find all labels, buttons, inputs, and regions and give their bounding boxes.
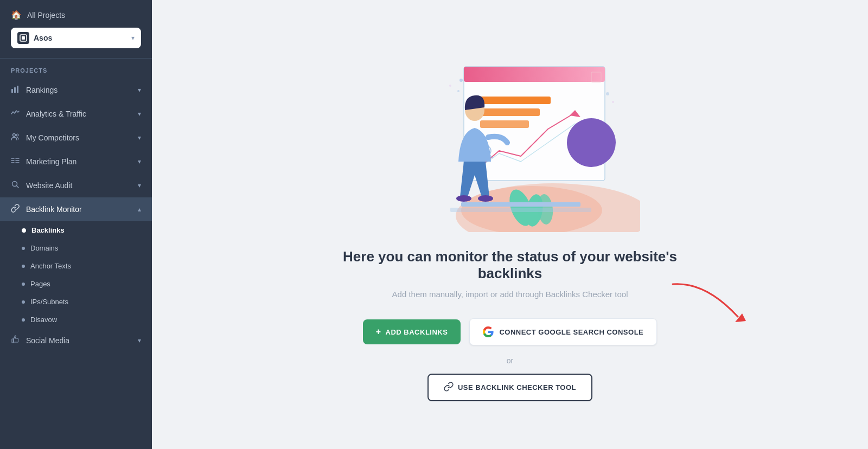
- analytics-traffic-label: Analytics & Traffic: [26, 110, 86, 118]
- connect-google-button[interactable]: CONNECT GOOGLE SEARCH CONSOLE: [469, 318, 657, 345]
- svg-point-38: [449, 85, 451, 87]
- project-chevron-icon: ▾: [131, 34, 135, 42]
- backlink-checker-label: USE BACKLINK CHECKER TOOL: [458, 383, 576, 392]
- backlinks-label: Backlinks: [31, 226, 65, 234]
- svg-rect-1: [22, 36, 25, 40]
- svg-point-34: [456, 195, 471, 202]
- thumbs-up-icon: [11, 335, 20, 346]
- anchor-texts-label: Anchor Texts: [30, 262, 71, 270]
- google-g-icon: [483, 326, 494, 337]
- marketing-plan-label: Marketing Plan: [26, 157, 76, 166]
- subnav-ips-subnets[interactable]: IPs/Subnets: [0, 293, 152, 311]
- rankings-chevron-icon: ▾: [138, 86, 141, 94]
- dot-disavow: [22, 318, 25, 322]
- competitors-chevron-icon: ▾: [138, 134, 141, 142]
- sidebar-item-rankings[interactable]: Rankings ▾: [0, 78, 152, 102]
- svg-marker-41: [735, 313, 746, 322]
- marketing-chevron-icon: ▾: [138, 158, 141, 165]
- all-projects-link[interactable]: 🏠 All Projects: [11, 10, 141, 28]
- illustration: [380, 48, 640, 232]
- plus-icon: +: [376, 327, 381, 337]
- rankings-label: Rankings: [26, 86, 58, 94]
- connect-google-label: CONNECT GOOGLE SEARCH CONSOLE: [499, 328, 643, 336]
- svg-point-40: [612, 101, 614, 103]
- dot-ips-subnets: [22, 300, 25, 304]
- main-heading: Here you can monitor the status of your …: [320, 248, 700, 282]
- button-row: + ADD BACKLINKS CONNECT GOOGLE SEARCH CO…: [363, 318, 658, 345]
- svg-rect-21: [450, 208, 591, 212]
- subnav-domains[interactable]: Domains: [0, 239, 152, 257]
- add-backlinks-button[interactable]: + ADD BACKLINKS: [363, 319, 461, 344]
- projects-section-label: PROJECTS: [0, 59, 152, 78]
- all-projects-label: All Projects: [27, 11, 65, 20]
- subnav-anchor-texts[interactable]: Anchor Texts: [0, 257, 152, 275]
- svg-rect-26: [480, 108, 540, 116]
- svg-point-30: [567, 118, 616, 167]
- sidebar-item-backlink-monitor[interactable]: Backlink Monitor ▴: [0, 197, 152, 221]
- sidebar-item-social-media[interactable]: Social Media ▾: [0, 329, 152, 352]
- backlink-monitor-chevron-icon: ▴: [138, 206, 141, 213]
- svg-rect-24: [464, 67, 605, 82]
- link-icon: [11, 204, 20, 215]
- svg-point-6: [16, 134, 18, 136]
- search-icon: [11, 180, 20, 191]
- backlink-monitor-label: Backlink Monitor: [26, 205, 82, 214]
- sidebar-header: 🏠 All Projects Asos ▾: [0, 0, 152, 59]
- project-name: Asos: [34, 34, 52, 42]
- social-media-chevron-icon: ▾: [138, 337, 141, 344]
- main-content: Here you can monitor the status of your …: [152, 0, 868, 449]
- svg-point-37: [457, 90, 459, 92]
- subnav-pages[interactable]: Pages: [0, 275, 152, 293]
- svg-point-39: [606, 92, 609, 95]
- activity-icon: [11, 108, 20, 119]
- home-icon: 🏠: [11, 10, 22, 20]
- subnav-disavow[interactable]: Disavow: [0, 311, 152, 329]
- content-center: Here you can monitor the status of your …: [320, 248, 700, 401]
- sidebar: 🏠 All Projects Asos ▾ PROJECTS: [0, 0, 152, 449]
- svg-point-5: [13, 134, 16, 137]
- backlink-monitor-subnav: Backlinks Domains Anchor Texts Pages IPs…: [0, 221, 152, 329]
- subnav-backlinks[interactable]: Backlinks: [0, 221, 152, 239]
- active-dot-backlinks: [22, 228, 26, 233]
- svg-rect-4: [17, 86, 18, 93]
- svg-rect-22: [461, 202, 580, 207]
- dot-anchor-texts: [22, 265, 25, 268]
- audit-chevron-icon: ▾: [138, 182, 141, 189]
- disavow-label: Disavow: [30, 316, 57, 324]
- project-selector-left: Asos: [17, 32, 52, 44]
- project-icon: [17, 32, 29, 44]
- chain-icon: [444, 382, 454, 393]
- analytics-chevron-icon: ▾: [138, 110, 141, 118]
- pages-label: Pages: [30, 280, 50, 288]
- svg-rect-27: [480, 120, 529, 128]
- list-icon: [11, 156, 20, 167]
- svg-line-14: [17, 186, 19, 188]
- ips-subnets-label: IPs/Subnets: [30, 298, 68, 306]
- my-competitors-label: My Competitors: [26, 133, 79, 142]
- sidebar-item-my-competitors[interactable]: My Competitors ▾: [0, 126, 152, 150]
- project-selector[interactable]: Asos ▾: [11, 28, 141, 48]
- bar-chart-icon: [11, 85, 20, 95]
- svg-rect-3: [14, 87, 16, 93]
- sidebar-item-analytics-traffic[interactable]: Analytics & Traffic ▾: [0, 102, 152, 126]
- sidebar-item-website-audit[interactable]: Website Audit ▾: [0, 174, 152, 197]
- svg-point-36: [459, 79, 463, 82]
- domains-label: Domains: [30, 244, 58, 252]
- svg-rect-15: [12, 339, 14, 343]
- website-audit-label: Website Audit: [26, 181, 72, 190]
- sub-text: Add them manually, import or add through…: [392, 290, 628, 299]
- backlink-checker-button[interactable]: USE BACKLINK CHECKER TOOL: [427, 374, 592, 401]
- svg-point-35: [478, 195, 493, 202]
- sidebar-item-marketing-plan[interactable]: Marketing Plan ▾: [0, 150, 152, 174]
- add-backlinks-label: ADD BACKLINKS: [386, 328, 448, 336]
- dot-pages: [22, 283, 25, 286]
- svg-rect-2: [11, 89, 13, 93]
- users-icon: [11, 132, 20, 143]
- dot-domains: [22, 247, 25, 250]
- svg-rect-25: [480, 97, 551, 104]
- or-text: or: [507, 356, 513, 365]
- social-media-label: Social Media: [26, 336, 69, 345]
